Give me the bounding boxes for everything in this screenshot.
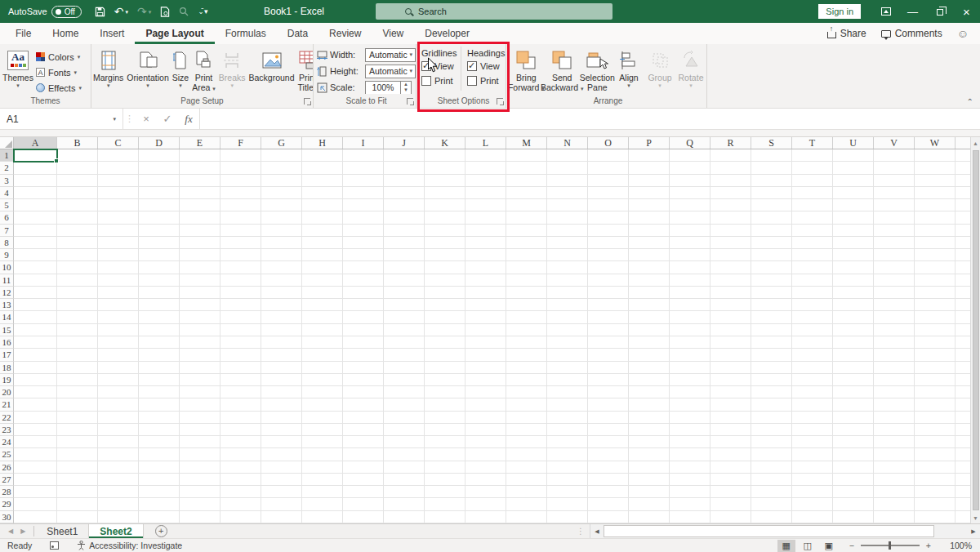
grid-cell-E7[interactable] (180, 225, 220, 237)
grid-cell-T24[interactable] (792, 436, 833, 448)
grid-cell-R3[interactable] (710, 175, 751, 187)
grid-cell-K15[interactable] (425, 324, 466, 336)
grid-cell-V11[interactable] (874, 274, 915, 287)
grid-cell-U25[interactable] (833, 448, 874, 461)
grid-cell-I12[interactable] (343, 287, 384, 299)
grid-cell-A5[interactable] (14, 199, 57, 211)
grid-cell-K10[interactable] (425, 261, 466, 274)
grid-cell-Q10[interactable] (670, 261, 710, 274)
page-layout-view-button[interactable]: ◫ (799, 540, 817, 552)
grid-cell-O25[interactable] (588, 448, 629, 461)
column-header-C[interactable]: C (98, 137, 139, 149)
prev-sheet-icon[interactable]: ◀ (8, 528, 13, 535)
grid-cell-O29[interactable] (588, 498, 629, 510)
grid-cell-E10[interactable] (180, 261, 220, 274)
grid-cell-T11[interactable] (792, 274, 833, 287)
row-header-15[interactable]: 15 (0, 324, 14, 336)
cancel-button[interactable]: × (136, 109, 157, 129)
grid-cell-P23[interactable] (629, 424, 670, 436)
grid-cell-Q15[interactable] (670, 324, 710, 336)
row-header-25[interactable]: 25 (0, 448, 14, 461)
grid-cell-H12[interactable] (302, 287, 343, 299)
grid-cell-Q22[interactable] (670, 412, 710, 424)
grid-cell-J23[interactable] (384, 424, 425, 436)
grid-cell-P12[interactable] (629, 287, 670, 299)
grid-cell-T18[interactable] (792, 362, 833, 374)
grid-cell-W11[interactable] (915, 274, 956, 287)
grid-cell-H22[interactable] (302, 412, 343, 424)
grid-cell-D27[interactable] (139, 474, 180, 486)
grid-cell-V25[interactable] (874, 448, 915, 461)
checkbox-icon[interactable] (467, 76, 477, 86)
grid-cell-M13[interactable] (506, 299, 547, 311)
grid-cell-L16[interactable] (466, 336, 506, 349)
grid-cell-M26[interactable] (506, 461, 547, 474)
grid-cell-T2[interactable] (792, 162, 833, 174)
grid-cell-G15[interactable] (261, 324, 302, 336)
grid-cell-W5[interactable] (915, 199, 956, 211)
grid-cell-F12[interactable] (220, 287, 261, 299)
grid-cell-U22[interactable] (833, 412, 874, 424)
grid-cell-F20[interactable] (220, 386, 261, 398)
grid-cell-G18[interactable] (261, 362, 302, 374)
grid-cell-S24[interactable] (751, 436, 792, 448)
grid-cell-O11[interactable] (588, 274, 629, 287)
grid-cell-K25[interactable] (425, 448, 466, 461)
grid-cell-K3[interactable] (425, 175, 466, 187)
grid-cell-H20[interactable] (302, 386, 343, 398)
orientation-button[interactable]: Orientation ▾ (125, 47, 170, 89)
grid-cell-R10[interactable] (710, 261, 751, 274)
row-header-12[interactable]: 12 (0, 287, 14, 299)
grid-cell-Q30[interactable] (670, 511, 710, 523)
grid-cell-U9[interactable] (833, 249, 874, 261)
grid-cell-N17[interactable] (547, 349, 588, 361)
themes-button[interactable]: Aa Themes ▾ (0, 47, 36, 89)
grid-cell-I2[interactable] (343, 162, 384, 174)
comments-button[interactable]: Comments (881, 28, 942, 39)
grid-cell-T4[interactable] (792, 187, 833, 199)
grid-cell-U7[interactable] (833, 225, 874, 237)
grid-cell-Q26[interactable] (670, 461, 710, 474)
grid-cell-K12[interactable] (425, 287, 466, 299)
grid-cell-L26[interactable] (466, 461, 506, 474)
grid-cell-S14[interactable] (751, 311, 792, 323)
grid-cell-O4[interactable] (588, 187, 629, 199)
grid-cell-F21[interactable] (220, 398, 261, 411)
grid-cell-W2[interactable] (915, 162, 956, 174)
grid-cell-U12[interactable] (833, 287, 874, 299)
grid-cell-I15[interactable] (343, 324, 384, 336)
grid-cell-V21[interactable] (874, 398, 915, 411)
grid-cell-I6[interactable] (343, 211, 384, 224)
grid-cell-V30[interactable] (874, 511, 915, 523)
grid-cell-L10[interactable] (466, 261, 506, 274)
grid-cell-V8[interactable] (874, 237, 915, 249)
grid-cell-F8[interactable] (220, 237, 261, 249)
grid-cell-O21[interactable] (588, 398, 629, 411)
grid-cell-W9[interactable] (915, 249, 956, 261)
grid-cell-M10[interactable] (506, 261, 547, 274)
grid-cell-F27[interactable] (220, 474, 261, 486)
grid-cell-N24[interactable] (547, 436, 588, 448)
grid-cell-B9[interactable] (57, 249, 98, 261)
grid-cell-D15[interactable] (139, 324, 180, 336)
grid-cell-V18[interactable] (874, 362, 915, 374)
grid-cell-V26[interactable] (874, 461, 915, 474)
grid-cell-I10[interactable] (343, 261, 384, 274)
grid-cell-P14[interactable] (629, 311, 670, 323)
grid-cell-I4[interactable] (343, 187, 384, 199)
grid-cell-C18[interactable] (98, 362, 139, 374)
grid-cell-L19[interactable] (466, 374, 506, 386)
grid-cell-P4[interactable] (629, 187, 670, 199)
grid-cell-K11[interactable] (425, 274, 466, 287)
grid-cell-F2[interactable] (220, 162, 261, 174)
row-header-24[interactable]: 24 (0, 436, 14, 448)
chevron-down-icon[interactable]: ▾ (113, 116, 116, 122)
grid-cell-I23[interactable] (343, 424, 384, 436)
grid-cell-U8[interactable] (833, 237, 874, 249)
grid-cell-S6[interactable] (751, 211, 792, 224)
customize-qat-icon[interactable]: ⌄̄▾ (198, 8, 207, 16)
grid-cell-L20[interactable] (466, 386, 506, 398)
grid-cell-B2[interactable] (57, 162, 98, 174)
grid-cell-M22[interactable] (506, 412, 547, 424)
grid-cell-E15[interactable] (180, 324, 220, 336)
